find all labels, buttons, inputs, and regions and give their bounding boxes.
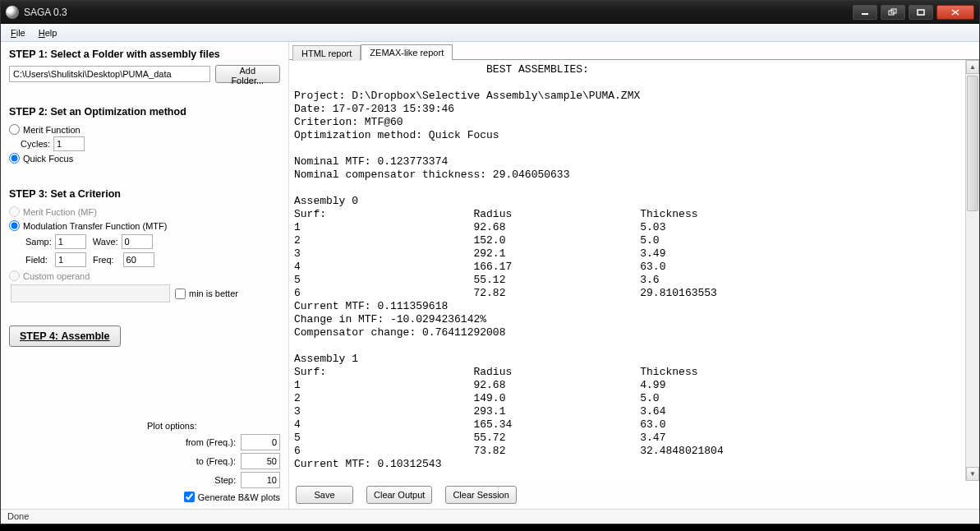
right-panel: HTML report ZEMAX-like report BEST ASSEM… (288, 42, 979, 509)
scroll-thumb[interactable] (967, 76, 978, 211)
field-label: Field: (25, 255, 48, 265)
plot-from-label: from (Freq.): (172, 437, 236, 447)
main-body: STEP 1: Select a Folder with assembly fi… (1, 42, 979, 509)
tab-zemax-report[interactable]: ZEMAX-like report (361, 44, 453, 60)
plot-step-label: Step: (172, 475, 236, 485)
maximize-icon (917, 9, 925, 16)
freq-input[interactable] (123, 252, 154, 267)
menu-help[interactable]: Help (34, 26, 62, 39)
plot-options: Plot options: from (Freq.): to (Freq.): … (147, 421, 280, 504)
custom-operand-radio: Custom operand (9, 270, 280, 281)
svg-rect-3 (918, 10, 924, 15)
merit-function-radio[interactable]: Merit Function (9, 124, 280, 135)
plot-step-input[interactable] (241, 472, 280, 488)
assemble-button[interactable]: STEP 4: Assemble (9, 326, 121, 347)
restore-icon (888, 8, 898, 16)
report-buttons: Save Clear Output Clear Session (289, 481, 979, 509)
plot-from-input[interactable] (241, 434, 280, 450)
wave-label: Wave: (93, 237, 118, 247)
minimize-button[interactable] (853, 5, 877, 20)
field-input[interactable] (55, 252, 86, 267)
add-folder-button[interactable]: Add Folder... (215, 65, 280, 83)
close-icon (951, 9, 959, 16)
cycles-input[interactable] (53, 136, 85, 151)
report-wrap: BEST ASSEMBLIES: Project: D:\Dropbox\Sel… (289, 59, 979, 481)
scroll-down-arrow[interactable]: ▼ (966, 467, 979, 481)
save-button[interactable]: Save (296, 486, 353, 504)
clear-output-button[interactable]: Clear Output (366, 486, 432, 504)
app-window: SAGA 0.3 File Help STEP 1: Select a Fold… (0, 0, 980, 524)
window-title: SAGA 0.3 (24, 7, 849, 18)
plot-options-title: Plot options: (147, 421, 280, 431)
status-bar: Done (1, 509, 979, 524)
left-panel: STEP 1: Select a Folder with assembly fi… (1, 42, 288, 509)
restore-button[interactable] (881, 5, 905, 20)
quick-focus-radio[interactable]: Quick Focus (9, 153, 280, 164)
custom-operand-input (11, 284, 170, 302)
wave-input[interactable] (122, 234, 153, 249)
menubar: File Help (1, 24, 979, 42)
svg-rect-0 (862, 13, 868, 15)
minimize-icon (861, 9, 869, 16)
app-icon (6, 6, 19, 19)
cycles-label: Cycles: (21, 139, 50, 149)
report-text[interactable]: BEST ASSEMBLIES: Project: D:\Dropbox\Sel… (289, 60, 965, 481)
scroll-up-arrow[interactable]: ▲ (966, 60, 979, 74)
mtf-radio[interactable]: Modulation Transfer Function (MTF) (9, 220, 280, 231)
min-is-better-check[interactable]: min is better (175, 289, 238, 299)
merit-fuction-mf-radio: Merit Fuction (MF) (9, 206, 280, 217)
close-button[interactable] (936, 5, 974, 20)
menu-file[interactable]: File (6, 26, 30, 39)
folder-path-input[interactable] (9, 66, 210, 82)
vertical-scrollbar[interactable]: ▲ ▼ (965, 60, 979, 481)
plot-to-input[interactable] (241, 453, 280, 469)
scroll-track[interactable] (966, 74, 979, 467)
plot-to-label: to (Freq.): (172, 456, 236, 466)
step3-title: STEP 3: Set a Criterion (9, 188, 280, 200)
titlebar: SAGA 0.3 (1, 1, 979, 24)
tab-html-report[interactable]: HTML report (292, 45, 361, 61)
clear-session-button[interactable]: Clear Session (445, 486, 516, 504)
maximize-button[interactable] (909, 5, 933, 20)
tab-bar: HTML report ZEMAX-like report (289, 42, 979, 60)
samp-label: Samp: (25, 237, 52, 247)
bw-plots-check[interactable]: Generate B&W plots (147, 492, 280, 502)
freq-label: Freq: (93, 255, 114, 265)
samp-input[interactable] (55, 234, 86, 249)
step2-title: STEP 2: Set an Optimization method (9, 106, 280, 118)
client-area: STEP 1: Select a Folder with assembly fi… (1, 42, 979, 524)
step1-title: STEP 1: Select a Folder with assembly fi… (9, 48, 280, 60)
